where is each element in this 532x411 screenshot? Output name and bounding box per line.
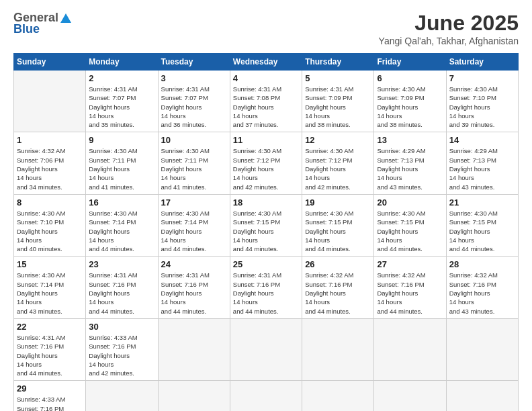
day-info: Sunrise: 4:33 AM Sunset: 7:16 PM Dayligh… — [17, 395, 83, 411]
title-section: June 2025 Yangi Qal'ah, Takhar, Afghanis… — [379, 11, 519, 46]
calendar-cell — [158, 381, 230, 411]
day-number: 18 — [233, 197, 299, 208]
day-number: 29 — [17, 383, 83, 394]
day-info: Sunrise: 4:33 AM Sunset: 7:16 PM Dayligh… — [89, 333, 154, 377]
calendar-cell — [230, 318, 302, 380]
day-number: 6 — [377, 73, 443, 83]
day-number: 13 — [377, 135, 443, 145]
calendar-cell: 30 Sunrise: 4:33 AM Sunset: 7:16 PM Dayl… — [86, 318, 158, 380]
calendar-header-row: Sunday Monday Tuesday Wednesday Thursday… — [14, 54, 519, 71]
calendar-cell — [302, 381, 374, 411]
calendar-cell: 22 Sunrise: 4:31 AM Sunset: 7:16 PM Dayl… — [14, 318, 86, 380]
calendar-cell: 25 Sunrise: 4:31 AM Sunset: 7:16 PM Dayl… — [230, 257, 302, 318]
day-number: 27 — [377, 259, 443, 269]
day-number: 26 — [305, 259, 371, 269]
calendar-cell: 6 Sunrise: 4:30 AM Sunset: 7:09 PM Dayli… — [374, 71, 446, 132]
calendar-cell: 24 Sunrise: 4:31 AM Sunset: 7:16 PM Dayl… — [158, 257, 230, 318]
header-friday: Friday — [374, 54, 446, 71]
calendar-cell — [446, 318, 518, 380]
calendar-cell: 11 Sunrise: 4:30 AM Sunset: 7:12 PM Dayl… — [230, 132, 302, 194]
day-info: Sunrise: 4:30 AM Sunset: 7:14 PM Dayligh… — [17, 271, 83, 315]
day-number: 23 — [89, 259, 154, 269]
calendar-cell: 28 Sunrise: 4:32 AM Sunset: 7:16 PM Dayl… — [446, 257, 518, 318]
day-number: 7 — [449, 73, 515, 83]
day-info: Sunrise: 4:32 AM Sunset: 7:16 PM Dayligh… — [377, 271, 443, 315]
calendar-cell — [86, 381, 158, 411]
calendar-cell: 13 Sunrise: 4:29 AM Sunset: 7:13 PM Dayl… — [374, 132, 446, 194]
calendar-cell: 1 Sunrise: 4:32 AM Sunset: 7:06 PM Dayli… — [14, 132, 86, 194]
day-info: Sunrise: 4:30 AM Sunset: 7:14 PM Dayligh… — [89, 209, 154, 253]
day-number: 8 — [17, 197, 83, 208]
day-info: Sunrise: 4:32 AM Sunset: 7:06 PM Dayligh… — [17, 146, 83, 191]
day-number: 9 — [89, 135, 154, 145]
day-number: 21 — [449, 197, 515, 208]
day-info: Sunrise: 4:30 AM Sunset: 7:15 PM Dayligh… — [449, 209, 515, 253]
day-info: Sunrise: 4:30 AM Sunset: 7:10 PM Dayligh… — [449, 85, 515, 129]
day-info: Sunrise: 4:30 AM Sunset: 7:15 PM Dayligh… — [377, 209, 443, 253]
calendar-cell: 5 Sunrise: 4:31 AM Sunset: 7:09 PM Dayli… — [302, 71, 374, 132]
calendar-cell — [14, 71, 86, 132]
day-number: 1 — [17, 135, 83, 145]
calendar-cell: 18 Sunrise: 4:30 AM Sunset: 7:15 PM Dayl… — [230, 194, 302, 256]
calendar-cell — [302, 318, 374, 380]
day-number: 3 — [161, 73, 227, 83]
calendar-cell: 12 Sunrise: 4:30 AM Sunset: 7:12 PM Dayl… — [302, 132, 374, 194]
header-monday: Monday — [86, 54, 158, 71]
calendar-cell — [446, 381, 518, 411]
day-number: 19 — [305, 197, 371, 208]
day-number: 17 — [161, 197, 227, 208]
day-info: Sunrise: 4:30 AM Sunset: 7:09 PM Dayligh… — [377, 85, 443, 129]
day-info: Sunrise: 4:32 AM Sunset: 7:16 PM Dayligh… — [449, 271, 515, 315]
day-number: 10 — [161, 135, 227, 145]
calendar-cell: 7 Sunrise: 4:30 AM Sunset: 7:10 PM Dayli… — [446, 71, 518, 132]
day-info: Sunrise: 4:31 AM Sunset: 7:07 PM Dayligh… — [89, 85, 154, 129]
logo-blue: Blue — [13, 22, 40, 36]
calendar-cell: 2 Sunrise: 4:31 AM Sunset: 7:07 PM Dayli… — [86, 71, 158, 132]
day-info: Sunrise: 4:30 AM Sunset: 7:14 PM Dayligh… — [161, 209, 227, 253]
calendar-week-row: 1 Sunrise: 4:32 AM Sunset: 7:06 PM Dayli… — [14, 132, 519, 194]
header-thursday: Thursday — [302, 54, 374, 71]
day-info: Sunrise: 4:30 AM Sunset: 7:11 PM Dayligh… — [89, 146, 154, 191]
day-number: 20 — [377, 197, 443, 208]
day-info: Sunrise: 4:31 AM Sunset: 7:16 PM Dayligh… — [89, 271, 154, 315]
day-number: 12 — [305, 135, 371, 145]
calendar-table: Sunday Monday Tuesday Wednesday Thursday… — [13, 53, 519, 411]
calendar-week-row: 8 Sunrise: 4:30 AM Sunset: 7:10 PM Dayli… — [14, 194, 519, 256]
calendar-cell: 15 Sunrise: 4:30 AM Sunset: 7:14 PM Dayl… — [14, 257, 86, 318]
calendar-cell: 14 Sunrise: 4:29 AM Sunset: 7:13 PM Dayl… — [446, 132, 518, 194]
header-tuesday: Tuesday — [158, 54, 230, 71]
day-number: 14 — [449, 135, 515, 145]
calendar-cell: 17 Sunrise: 4:30 AM Sunset: 7:14 PM Dayl… — [158, 194, 230, 256]
day-number: 2 — [89, 73, 154, 83]
day-info: Sunrise: 4:30 AM Sunset: 7:12 PM Dayligh… — [233, 146, 299, 191]
calendar-cell: 26 Sunrise: 4:32 AM Sunset: 7:16 PM Dayl… — [302, 257, 374, 318]
day-info: Sunrise: 4:30 AM Sunset: 7:12 PM Dayligh… — [305, 146, 371, 191]
day-info: Sunrise: 4:31 AM Sunset: 7:16 PM Dayligh… — [233, 271, 299, 315]
calendar-week-row: 2 Sunrise: 4:31 AM Sunset: 7:07 PM Dayli… — [14, 71, 519, 132]
calendar-cell — [374, 381, 446, 411]
calendar-cell: 10 Sunrise: 4:30 AM Sunset: 7:11 PM Dayl… — [158, 132, 230, 194]
day-number: 5 — [305, 73, 371, 83]
calendar-cell — [158, 318, 230, 380]
header: General Blue June 2025 Yangi Qal'ah, Tak… — [13, 11, 519, 46]
main-title: June 2025 — [379, 11, 519, 36]
calendar-cell: 4 Sunrise: 4:31 AM Sunset: 7:08 PM Dayli… — [230, 71, 302, 132]
calendar-cell: 16 Sunrise: 4:30 AM Sunset: 7:14 PM Dayl… — [86, 194, 158, 256]
day-info: Sunrise: 4:31 AM Sunset: 7:16 PM Dayligh… — [17, 333, 83, 377]
calendar-cell: 21 Sunrise: 4:30 AM Sunset: 7:15 PM Dayl… — [446, 194, 518, 256]
day-number: 4 — [233, 73, 299, 83]
day-number: 22 — [17, 322, 83, 332]
day-info: Sunrise: 4:29 AM Sunset: 7:13 PM Dayligh… — [377, 146, 443, 191]
day-number: 16 — [89, 197, 154, 208]
calendar-cell — [230, 381, 302, 411]
day-number: 28 — [449, 259, 515, 269]
subtitle: Yangi Qal'ah, Takhar, Afghanistan — [379, 36, 519, 46]
day-info: Sunrise: 4:31 AM Sunset: 7:16 PM Dayligh… — [161, 271, 227, 315]
calendar-cell — [374, 318, 446, 380]
calendar-cell: 3 Sunrise: 4:31 AM Sunset: 7:07 PM Dayli… — [158, 71, 230, 132]
day-info: Sunrise: 4:31 AM Sunset: 7:07 PM Dayligh… — [161, 85, 227, 129]
calendar-cell: 20 Sunrise: 4:30 AM Sunset: 7:15 PM Dayl… — [374, 194, 446, 256]
calendar-week-row: 15 Sunrise: 4:30 AM Sunset: 7:14 PM Dayl… — [14, 257, 519, 318]
logo-triangle-icon — [60, 12, 72, 24]
header-sunday: Sunday — [14, 54, 86, 71]
